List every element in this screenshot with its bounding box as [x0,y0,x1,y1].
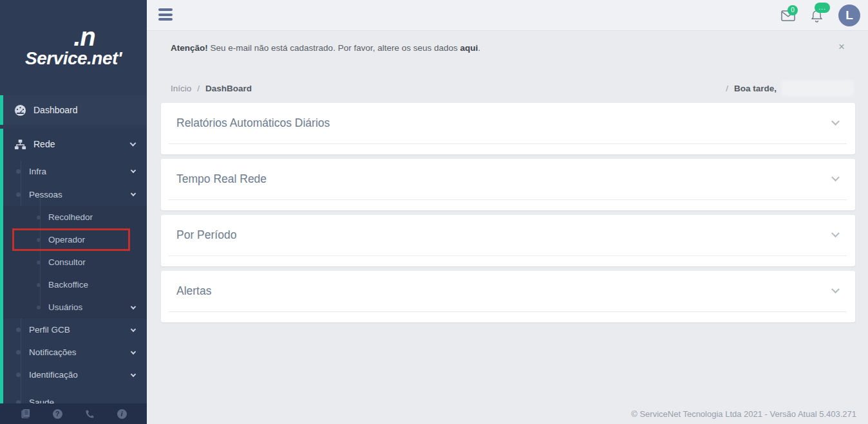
divider [169,255,847,256]
sidebar-item-notificacoes[interactable]: Notificações [3,341,147,364]
sidebar-item-clipped[interactable]: Saude [3,391,147,403]
divider [169,143,847,144]
bullet-icon [16,350,21,355]
sidebar-item-label: Identificação [29,370,78,380]
sidebar-item-consultor[interactable]: Consultor [3,251,147,273]
sidebar-menu: Dashboard Rede Infra Pessoas [0,93,147,403]
breadcrumb: Início / DashBoard / Boa tarde, [147,64,868,103]
info-icon[interactable]: i [117,409,127,419]
greeting-label: Boa tarde, [734,84,777,93]
sidebar-item-label: Recolhedor [48,212,93,222]
breadcrumb-separator: / [726,84,728,93]
bell-badge: ... [815,3,830,13]
sidebar: .n Service.net' Dashboard Rede Infra [0,0,147,424]
user-avatar[interactable]: L [838,5,860,26]
sidebar-item-infra[interactable]: Infra [3,160,147,183]
manual-book-icon[interactable] [21,409,30,419]
sidebar-submenu-pessoas: Recolhedor Operador Consultor Backoffice [3,206,147,318]
panel-header[interactable]: Relatórios Automáticos Diários [161,103,855,143]
breadcrumb-separator: / [197,84,200,93]
chevron-down-icon [831,229,840,237]
alert-bold-prefix: Atenção! [171,43,208,53]
divider [169,311,847,312]
topbar-actions: 0 ... L [781,0,860,31]
sidebar-item-rede[interactable]: Rede [3,129,147,160]
sidebar-group-rede: Rede Infra Pessoas Recolhedor [0,129,147,403]
panel-title: Por Período [176,228,236,242]
bullet-icon [16,327,21,332]
bullet-icon [37,283,41,287]
sidebar-item-recolhedor[interactable]: Recolhedor [3,206,147,228]
chevron-down-icon [831,173,840,181]
phone-icon[interactable] [85,409,95,419]
sidebar-item-dashboard[interactable]: Dashboard [0,95,147,125]
sidebar-item-identificacao[interactable]: Identificação [3,364,147,386]
panel-tempo-real: Tempo Real Rede [161,159,855,210]
bullet-icon [37,238,41,242]
chevron-down-icon [131,326,136,331]
bullet-icon [16,169,21,174]
panel-header[interactable]: Tempo Real Rede [161,159,855,199]
alert-text: Seu e-mail não está cadastrado. Por favo… [208,43,460,53]
panel-title: Relatórios Automáticos Diários [176,116,330,130]
sidebar-item-label: Dashboard [33,105,78,115]
main-area: 0 ... L Atenção! Seu e-mail não está cad… [147,0,868,424]
greeting-area: / Boa tarde, [720,80,854,96]
sitemap-icon [14,138,26,151]
bullet-icon [16,192,21,197]
bullet-icon [37,306,41,309]
sidebar-item-label: Backoffice [48,280,88,290]
alert-link[interactable]: aqui [460,43,478,53]
panel-por-periodo: Por Período [161,215,855,266]
chevron-down-icon [131,304,136,309]
panel-title: Alertas [176,284,211,298]
sidebar-item-label: Notificações [29,347,77,357]
panel-relatorios: Relatórios Automáticos Diários [161,103,855,154]
notifications-button[interactable]: ... [811,9,823,23]
chevron-down-icon [131,371,136,376]
sidebar-item-usuarios[interactable]: Usuários [3,296,147,318]
panel-title: Tempo Real Rede [176,172,267,186]
chevron-down-icon [131,191,136,196]
chevron-down-icon [131,168,136,173]
logo-text: Service.net' [25,48,122,69]
panel-header[interactable]: Alertas [161,271,855,311]
bullet-icon [16,373,21,377]
sidebar-item-operador[interactable]: Operador [3,228,147,251]
email-alert-banner: Atenção! Seu e-mail não está cadastrado.… [147,31,868,64]
chevron-down-icon [831,285,840,293]
copyright-footer: © ServiceNet Tecnologia Ltda 2021 - Vers… [631,409,856,419]
divider [169,199,847,200]
sidebar-footer: ? i [0,403,147,424]
help-icon[interactable]: ? [53,409,62,419]
breadcrumb-home[interactable]: Início [171,84,191,93]
sidebar-item-label: Operador [48,235,85,244]
bullet-icon [16,400,21,403]
sidebar-item-backoffice[interactable]: Backoffice [3,273,147,296]
chevron-down-icon [130,140,137,147]
sidebar-item-label: Infra [29,167,46,176]
bullet-icon [37,261,41,264]
bullet-icon [37,216,41,219]
close-icon[interactable]: × [838,41,845,52]
speedometer-icon [14,104,26,116]
menu-toggle-icon[interactable] [158,8,173,23]
app-logo: .n Service.net' [0,0,147,93]
logo-mark: .n [73,25,95,48]
sidebar-item-label: Pessoas [29,190,62,199]
sidebar-item-label: Saude [29,398,54,403]
chevron-down-icon [131,349,136,354]
panel-header[interactable]: Por Período [161,215,855,255]
topbar: 0 ... L [147,0,868,31]
sidebar-item-pessoas[interactable]: Pessoas [3,183,147,206]
sidebar-item-perfil-gcb[interactable]: Perfil GCB [3,318,147,341]
panel-alertas: Alertas [161,271,855,322]
breadcrumb-current: DashBoard [205,84,252,93]
sidebar-item-label: Usuários [48,302,82,312]
sidebar-item-label: Rede [33,139,55,149]
mail-badge: 0 [788,5,798,15]
sidebar-item-label: Perfil GCB [29,325,70,335]
messages-button[interactable]: 0 [781,10,795,21]
chevron-down-icon [831,117,840,125]
redacted-username [782,80,854,96]
